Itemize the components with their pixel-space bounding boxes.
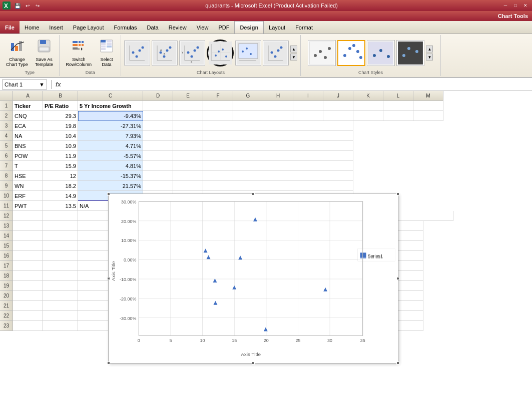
- col-header-c[interactable]: C: [78, 91, 143, 101]
- row-header-8[interactable]: 8: [0, 171, 13, 181]
- col-header-b[interactable]: B: [43, 91, 78, 101]
- cell-f5[interactable]: [203, 141, 353, 151]
- cell-m1[interactable]: [413, 101, 443, 111]
- cell-a22[interactable]: [13, 311, 43, 321]
- cell-a7[interactable]: T: [13, 161, 43, 171]
- cell-b20[interactable]: [43, 291, 78, 301]
- col-header-m[interactable]: M: [413, 91, 443, 101]
- col-header-d[interactable]: D: [143, 91, 173, 101]
- cell-b9[interactable]: 18.2: [43, 181, 78, 191]
- cell-h2[interactable]: [263, 111, 293, 121]
- cell-b1[interactable]: P/E Ratio: [43, 101, 78, 111]
- cell-f6[interactable]: [203, 151, 353, 161]
- chart-handle-bm[interactable]: [252, 362, 255, 364]
- row-header-16[interactable]: 16: [0, 251, 13, 261]
- row-header-7[interactable]: 7: [0, 161, 13, 171]
- layout-btn-4[interactable]: [207, 40, 234, 66]
- cell-d2[interactable]: [143, 111, 173, 121]
- layout-btn-5[interactable]: [235, 40, 261, 66]
- undo-qa-btn[interactable]: ↩: [23, 1, 32, 10]
- cell-c2[interactable]: -9.43%: [78, 111, 143, 121]
- cell-a6[interactable]: POW: [13, 151, 43, 161]
- menu-format[interactable]: Format: [290, 21, 318, 34]
- cell-a20[interactable]: [13, 291, 43, 301]
- chart-style-4[interactable]: [396, 40, 424, 66]
- cell-a11[interactable]: PWT: [13, 201, 43, 211]
- chart-handle-br[interactable]: [396, 362, 399, 364]
- cell-c6[interactable]: -5.57%: [78, 151, 143, 161]
- menu-review[interactable]: Review: [164, 21, 192, 34]
- cell-j1[interactable]: [323, 101, 353, 111]
- menu-pdf[interactable]: PDF: [213, 21, 234, 34]
- select-data-btn[interactable]: SelectData: [96, 37, 118, 69]
- cell-a8[interactable]: HSE: [13, 171, 43, 181]
- row-header-10[interactable]: 10: [0, 191, 13, 201]
- cell-e4[interactable]: [173, 131, 203, 141]
- cell-b12[interactable]: [43, 211, 78, 221]
- cell-b19[interactable]: [43, 281, 78, 291]
- chart-style-3[interactable]: [367, 40, 395, 66]
- cell-b5[interactable]: 10.9: [43, 141, 78, 151]
- cell-e8[interactable]: [173, 171, 203, 181]
- cell-a9[interactable]: WN: [13, 181, 43, 191]
- switch-row-column-btn[interactable]: SwitchRow/Column: [63, 37, 95, 69]
- cell-d7[interactable]: [143, 161, 173, 171]
- cell-c7[interactable]: 4.81%: [78, 161, 143, 171]
- cell-a4[interactable]: NA: [13, 131, 43, 141]
- cell-b8[interactable]: 12: [43, 171, 78, 181]
- cell-a23[interactable]: [13, 321, 43, 331]
- cell-c3[interactable]: -27.31%: [78, 121, 143, 131]
- cell-b2[interactable]: 29.3: [43, 111, 78, 121]
- cell-b4[interactable]: 10.4: [43, 131, 78, 141]
- cell-f4[interactable]: [203, 131, 353, 141]
- close-btn[interactable]: ✕: [521, 2, 530, 9]
- cell-d4[interactable]: [143, 131, 173, 141]
- col-header-l[interactable]: L: [383, 91, 413, 101]
- cell-c1[interactable]: 5 Yr Income Growth: [78, 101, 143, 111]
- cell-i2[interactable]: [293, 111, 323, 121]
- row-header-9[interactable]: 9: [0, 181, 13, 191]
- row-header-11[interactable]: 11: [0, 201, 13, 211]
- cell-b16[interactable]: [43, 251, 78, 261]
- layout-btn-1[interactable]: [124, 40, 150, 66]
- cell-d1[interactable]: [143, 101, 173, 111]
- row-header-4[interactable]: 4: [0, 131, 13, 141]
- chart-handle-tr[interactable]: [396, 192, 399, 196]
- cell-a2[interactable]: CNQ: [13, 111, 43, 121]
- cell-h1[interactable]: [263, 101, 293, 111]
- cell-b22[interactable]: [43, 311, 78, 321]
- cell-i1[interactable]: [293, 101, 323, 111]
- chart-handle-bl[interactable]: [107, 362, 110, 364]
- cell-g2[interactable]: [233, 111, 263, 121]
- minimize-btn[interactable]: ─: [501, 2, 510, 9]
- cell-b23[interactable]: [43, 321, 78, 331]
- cell-b10[interactable]: 14.9: [43, 191, 78, 201]
- cell-b15[interactable]: [43, 241, 78, 251]
- row-header-15[interactable]: 15: [0, 241, 13, 251]
- cell-b21[interactable]: [43, 301, 78, 311]
- cell-f1[interactable]: [203, 101, 233, 111]
- cell-k1[interactable]: [353, 101, 383, 111]
- row-header-20[interactable]: 20: [0, 291, 13, 301]
- row-header-5[interactable]: 5: [0, 141, 13, 151]
- chart-area[interactable]: 30.00% 20.00% 10.00% 0.00% -10.00% -20.0…: [108, 194, 398, 364]
- cell-b6[interactable]: 11.9: [43, 151, 78, 161]
- chart-handle-tl[interactable]: [107, 192, 110, 196]
- change-chart-type-btn[interactable]: ChangeChart Type: [3, 37, 31, 69]
- row-header-22[interactable]: 22: [0, 311, 13, 321]
- cell-e6[interactable]: [173, 151, 203, 161]
- maximize-btn[interactable]: □: [511, 2, 520, 9]
- save-as-template-btn[interactable]: Save AsTemplate: [32, 37, 57, 69]
- menu-formulas[interactable]: Formulas: [109, 21, 142, 34]
- chart-handle-tm[interactable]: [252, 192, 255, 196]
- cell-a18[interactable]: [13, 271, 43, 281]
- row-header-3[interactable]: 3: [0, 121, 13, 131]
- cell-c5[interactable]: 4.71%: [78, 141, 143, 151]
- cell-e7[interactable]: [173, 161, 203, 171]
- cell-a10[interactable]: ERF: [13, 191, 43, 201]
- menu-layout[interactable]: Layout: [264, 21, 290, 34]
- cell-a16[interactable]: [13, 251, 43, 261]
- layout-scroll-up[interactable]: ▲: [290, 46, 297, 52]
- style-scroll-up[interactable]: ▲: [426, 46, 433, 52]
- row-header-23[interactable]: 23: [0, 321, 13, 331]
